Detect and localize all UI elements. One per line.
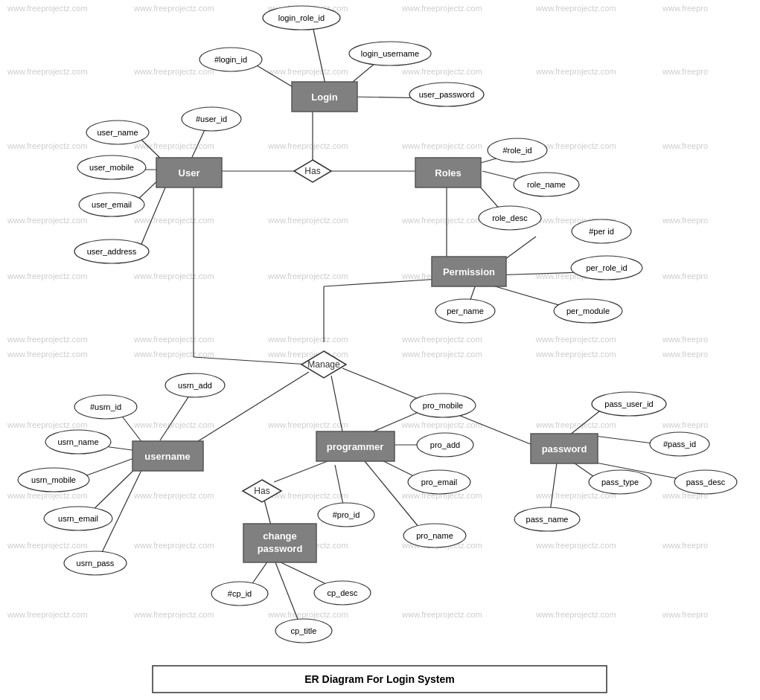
svg-text:www.freeprojectz.com: www.freeprojectz.com [133,420,214,429]
svg-text:www.freeprojectz.com: www.freeprojectz.com [535,541,616,550]
svg-text:www.freeprojectz.com: www.freeprojectz.com [401,4,482,13]
svg-text:www.freeprojectz.com: www.freeprojectz.com [267,141,348,150]
svg-text:www.freeprojectz.com: www.freeprojectz.com [7,335,88,344]
svg-text:www.freeprojectz.com: www.freeprojectz.com [133,610,214,619]
attr-cp-desc-label: cp_desc [328,588,358,597]
svg-text:www.freeprojectz.com: www.freeprojectz.com [133,491,214,500]
svg-text:www.freeprojectz.com: www.freeprojectz.com [401,216,482,225]
attr-pass-type-label: pass_type [601,478,639,487]
change-password-label2: password [258,543,303,554]
svg-text:www.freeprojectz.com: www.freeprojectz.com [267,272,348,280]
svg-text:www.freepro: www.freepro [662,4,708,13]
svg-text:www.freepro: www.freepro [662,610,708,619]
attr-usrn-email-label: usrn_email [58,514,98,523]
attr-role-desc-label: role_desc [492,213,528,222]
svg-text:www.freepro: www.freepro [662,272,708,280]
svg-text:www.freeprojectz.com: www.freeprojectz.com [401,610,482,619]
attr-role-name-label: role_name [527,180,566,189]
svg-text:www.freeprojectz.com: www.freeprojectz.com [267,610,348,619]
svg-line-102 [274,461,328,482]
attr-pass-desc-label: pass_desc [686,478,726,487]
attr-usrn-id-label: #usrn_id [90,402,121,411]
attr-usrn-pass-label: usrn_pass [77,559,115,568]
svg-text:www.freeprojectz.com: www.freeprojectz.com [133,141,214,150]
attr-login-username-label: login_username [361,49,419,58]
attr-per-role-id-label: per_role_id [586,263,627,272]
svg-text:www.freeprojectz.com: www.freeprojectz.com [133,216,214,225]
attr-role-id-label: #role_id [502,146,531,155]
svg-text:www.freeprojectz.com: www.freeprojectz.com [7,4,88,13]
manage-label: Manage [307,359,340,370]
login-label: Login [311,91,337,103]
svg-text:www.freepro: www.freepro [662,67,708,76]
svg-text:www.freeprojectz.com: www.freeprojectz.com [7,272,88,280]
svg-text:www.freepro: www.freepro [662,141,708,150]
svg-text:www.freeprojectz.com: www.freeprojectz.com [7,420,88,429]
svg-text:www.freeprojectz.com: www.freeprojectz.com [535,4,616,13]
attr-cp-title-label: cp_title [291,626,317,635]
attr-cp-id-label: #cp_id [228,589,252,598]
attr-user-address-label: user_address [87,247,137,256]
svg-text:www.freeprojectz.com: www.freeprojectz.com [401,141,482,150]
has-relationship2-label: Has [254,486,269,496]
diagram-title: ER Diagram For Login System [304,673,454,685]
svg-text:www.freeprojectz.com: www.freeprojectz.com [267,350,348,359]
svg-text:www.freeprojectz.com: www.freeprojectz.com [133,67,214,76]
programmer-label: programmer [327,441,384,452]
svg-text:www.freeprojectz.com: www.freeprojectz.com [535,610,616,619]
user-label: User [179,167,200,179]
svg-text:www.freeprojectz.com: www.freeprojectz.com [133,4,214,13]
svg-text:www.freeprojectz.com: www.freeprojectz.com [7,491,88,500]
svg-text:www.freepro: www.freepro [662,216,708,225]
attr-user-password-label: user_password [419,90,475,99]
password-label: password [542,443,587,455]
svg-text:www.freeprojectz.com: www.freeprojectz.com [267,420,348,429]
attr-per-module-label: per_module [566,306,610,315]
svg-text:www.freeprojectz.com: www.freeprojectz.com [535,350,616,359]
svg-text:www.freeprojectz.com: www.freeprojectz.com [7,141,88,150]
attr-pro-id-label: #pro_id [333,510,360,519]
attr-pro-name-label: pro_name [416,531,453,540]
svg-text:www.freeprojectz.com: www.freeprojectz.com [7,541,88,550]
attr-usrn-mobile-label: usrn_mobile [31,475,76,484]
attr-user-mobile-label: user_mobile [89,163,134,172]
attr-pass-id-label: #pass_id [663,440,696,449]
svg-text:www.freeprojectz.com: www.freeprojectz.com [401,350,482,359]
attr-pro-add-label: pro_add [430,440,460,449]
svg-text:www.freeprojectz.com: www.freeprojectz.com [401,67,482,76]
attr-per-name-label: per_name [447,306,484,315]
change-password-label1: change [263,530,297,542]
svg-text:www.freeprojectz.com: www.freeprojectz.com [7,610,88,619]
svg-text:www.freepro: www.freepro [662,335,708,344]
svg-text:www.freeprojectz.com: www.freeprojectz.com [133,272,214,280]
has-relationship1-label: Has [304,166,320,176]
attr-user-name-label: user_name [97,128,138,137]
attr-login-id-label: #login_id [214,55,247,64]
svg-text:www.freepro: www.freepro [662,420,708,429]
svg-text:www.freeprojectz.com: www.freeprojectz.com [133,335,214,344]
svg-text:www.freeprojectz.com: www.freeprojectz.com [133,541,214,550]
roles-label: Roles [435,167,461,179]
svg-text:www.freeprojectz.com: www.freeprojectz.com [267,67,348,76]
attr-per-id-label: #per id [589,227,614,236]
svg-text:www.freeprojectz.com: www.freeprojectz.com [535,335,616,344]
svg-text:www.freeprojectz.com: www.freeprojectz.com [7,350,88,359]
attr-pro-mobile-label: pro_mobile [423,401,463,410]
attr-user-email-label: user_email [92,200,132,209]
svg-text:www.freeprojectz.com: www.freeprojectz.com [535,67,616,76]
permission-label: Permission [443,266,495,277]
svg-text:www.freeprojectz.com: www.freeprojectz.com [401,420,482,429]
svg-text:www.freeprojectz.com: www.freeprojectz.com [7,67,88,76]
svg-text:www.freeprojectz.com: www.freeprojectz.com [267,216,348,225]
attr-login-role-id-label: login_role_id [278,13,325,22]
svg-text:www.freepro: www.freepro [662,541,708,550]
attr-user-id-label: #user_id [196,115,227,123]
svg-text:www.freeprojectz.com: www.freeprojectz.com [267,335,348,344]
username-label: username [144,451,190,462]
er-diagram: www.freeprojectz.com www.freeprojectz.co… [0,0,760,700]
attr-pass-user-id-label: pass_user_id [604,399,653,408]
attr-pro-email-label: pro_email [421,478,457,487]
svg-text:www.freeprojectz.com: www.freeprojectz.com [535,420,616,429]
svg-text:www.freepro: www.freepro [662,350,708,359]
svg-text:www.freeprojectz.com: www.freeprojectz.com [401,335,482,344]
